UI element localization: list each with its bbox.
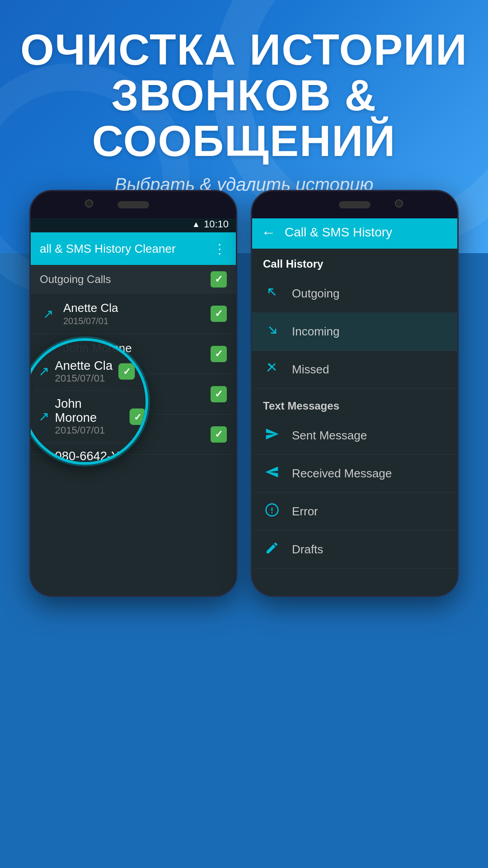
back-arrow-icon[interactable]: ← (261, 224, 276, 241)
outgoing-menu-item[interactable]: Outgoing (252, 275, 457, 313)
call-history-section-header: Call History (252, 249, 457, 275)
outgoing-calls-label: Outgoing Calls (40, 273, 111, 286)
right-phone: ← Call & SMS History Call History Outgoi (251, 190, 459, 597)
left-phone-screen: ▲ 10:10 all & SMS History Cleaner ⋮ Outg… (31, 216, 236, 595)
right-toolbar-title: Call & SMS History (285, 225, 392, 240)
outgoing-icon (263, 285, 281, 302)
outgoing-calls-group-header: Outgoing Calls ✓ (31, 265, 236, 294)
missed-label: Missed (292, 363, 329, 377)
drafts-icon (263, 541, 281, 558)
incoming-icon (263, 323, 281, 340)
call-checkbox-3[interactable]: ✓ (211, 426, 227, 443)
received-message-label: Received Message (292, 467, 392, 481)
menu-list: Call History Outgoing (252, 249, 457, 569)
received-message-icon (263, 465, 281, 482)
text-messages-label: Text Messages (263, 400, 339, 412)
call-history-label: Call History (263, 258, 323, 270)
app-name-label: all & SMS History Cleaner (40, 242, 176, 256)
right-phone-toolbar: ← Call & SMS History (252, 216, 457, 249)
incoming-menu-item[interactable]: Incoming (252, 313, 457, 351)
outgoing-call-icon-0: ↗ (40, 307, 56, 321)
error-icon: ! (263, 503, 281, 520)
outgoing-calls-checkbox[interactable]: ✓ (211, 271, 227, 288)
incoming-label: Incoming (292, 325, 340, 339)
left-phone-camera (85, 199, 93, 208)
right-phone-screen: ← Call & SMS History Call History Outgoi (252, 216, 457, 595)
sent-message-label: Sent Message (292, 429, 367, 443)
right-phone-camera (395, 199, 403, 208)
sent-message-menu-item[interactable]: Sent Message (252, 417, 457, 455)
error-label: Error (292, 505, 318, 519)
missed-icon (263, 361, 281, 378)
magnifier-overlay: ↗ Anette Cla 2015/07/01 ✓ ↗ John Morone … (31, 338, 148, 465)
received-message-menu-item[interactable]: Received Message (252, 455, 457, 493)
call-checkbox-1[interactable]: ✓ (211, 346, 227, 362)
error-menu-item[interactable]: ! Error (252, 493, 457, 531)
magnifier-content: ↗ Anette Cla 2015/07/01 ✓ ↗ John Morone … (31, 341, 148, 465)
drafts-menu-item[interactable]: Drafts (252, 531, 457, 569)
call-checkbox-2[interactable]: ✓ (211, 386, 227, 402)
call-name-0: Anette Cla (63, 301, 203, 315)
status-bar: ▲ 10:10 (31, 216, 236, 232)
status-time: 10:10 (204, 218, 229, 230)
call-item-0[interactable]: ↗ Anette Cla 2015/07/01 ✓ (31, 294, 236, 334)
signal-icon: ▲ (192, 220, 200, 229)
left-phone-speaker (117, 201, 149, 208)
right-phone-speaker (339, 201, 371, 208)
outgoing-label: Outgoing (292, 287, 340, 301)
call-date-0: 2015/07/01 (63, 316, 203, 326)
drafts-label: Drafts (292, 542, 323, 557)
left-phone: ▲ 10:10 all & SMS History Cleaner ⋮ Outg… (29, 190, 237, 597)
hero-title: ОЧИСТКА ИСТОРИИ ЗВОНКОВ &СООБЩЕНИЙ (18, 27, 470, 164)
missed-menu-item[interactable]: Missed (252, 351, 457, 389)
hero-text-section: ОЧИСТКА ИСТОРИИ ЗВОНКОВ &СООБЩЕНИЙ Выбра… (0, 0, 488, 195)
phones-section: ▲ 10:10 all & SMS History Cleaner ⋮ Outg… (0, 190, 488, 868)
sent-message-icon (263, 427, 281, 444)
menu-dots-icon[interactable]: ⋮ (213, 241, 227, 256)
call-info-0: Anette Cla 2015/07/01 (63, 301, 203, 326)
call-checkbox-0[interactable]: ✓ (211, 306, 227, 322)
svg-text:!: ! (271, 506, 273, 515)
app-toolbar: all & SMS History Cleaner ⋮ (31, 232, 236, 265)
text-messages-section-header: Text Messages (252, 389, 457, 417)
